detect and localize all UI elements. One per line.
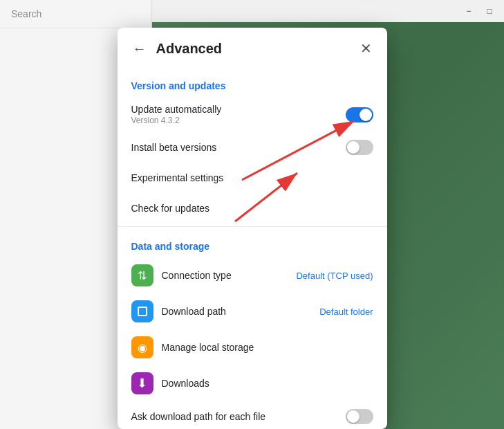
- section-data-storage-heading: Data and storage: [118, 230, 387, 257]
- download-path-label: Download path: [162, 306, 315, 317]
- section-divider-1: [118, 226, 387, 227]
- section-version-updates-heading: Version and updates: [118, 69, 387, 97]
- install-beta-slider: [346, 140, 373, 155]
- manage-storage-label: Manage local storage: [162, 342, 373, 353]
- settings-row-install-beta: Install beta versions: [118, 132, 387, 163]
- settings-row-ask-download: Ask download path for each file: [118, 401, 387, 429]
- install-beta-label: Install beta versions: [131, 142, 346, 153]
- connection-type-icon: ⇅: [131, 264, 153, 286]
- manage-storage-icon-symbol: ◉: [138, 341, 147, 354]
- update-auto-slider: [346, 107, 373, 122]
- settings-row-update-auto: Update automatically Version 4.3.2: [118, 97, 387, 132]
- modal-header: ← Advanced ✕: [118, 28, 387, 69]
- downloads-icon: ⬇: [131, 372, 153, 394]
- ask-download-slider: [346, 409, 373, 424]
- update-auto-toggle[interactable]: [346, 107, 373, 122]
- connection-type-icon-symbol: ⇅: [138, 269, 147, 282]
- svg-rect-0: [138, 307, 147, 316]
- downloads-label: Downloads: [162, 378, 373, 389]
- update-auto-label: Update automatically: [131, 104, 346, 115]
- settings-row-experimental[interactable]: Experimental settings: [118, 163, 387, 193]
- update-auto-sub: Version 4.3.2: [131, 116, 346, 125]
- download-path-value: Default folder: [319, 307, 373, 317]
- settings-row-downloads[interactable]: ⬇ Downloads: [118, 365, 387, 401]
- modal-back-button[interactable]: ←: [131, 39, 148, 58]
- ask-download-toggle[interactable]: [346, 409, 373, 424]
- modal-body: Version and updates Update automatically…: [118, 69, 387, 429]
- connection-type-main: Connection type: [162, 270, 291, 281]
- settings-row-check-updates[interactable]: Check for updates: [118, 193, 387, 223]
- modal-dialog: ← Advanced ✕ Version and updates Update …: [118, 28, 387, 429]
- install-beta-main: Install beta versions: [131, 142, 346, 153]
- download-path-icon-svg: [137, 306, 148, 317]
- settings-row-connection-type[interactable]: ⇅ Connection type Default (TCP used): [118, 257, 387, 293]
- connection-type-value: Default (TCP used): [296, 271, 373, 281]
- check-updates-main: Check for updates: [131, 203, 373, 214]
- ask-download-main: Ask download path for each file: [131, 411, 346, 422]
- download-path-icon: [131, 300, 153, 322]
- manage-storage-main: Manage local storage: [162, 342, 373, 353]
- experimental-label: Experimental settings: [131, 172, 373, 183]
- modal-title: Advanced: [156, 41, 359, 57]
- connection-type-label: Connection type: [162, 270, 291, 281]
- modal-overlay: ← Advanced ✕ Version and updates Update …: [0, 0, 504, 429]
- download-path-main: Download path: [162, 306, 315, 317]
- update-auto-main: Update automatically Version 4.3.2: [131, 104, 346, 125]
- experimental-main: Experimental settings: [131, 172, 373, 183]
- install-beta-toggle[interactable]: [346, 140, 373, 155]
- settings-row-manage-storage[interactable]: ◉ Manage local storage: [118, 329, 387, 365]
- downloads-main: Downloads: [162, 378, 373, 389]
- modal-close-button[interactable]: ✕: [359, 39, 373, 58]
- settings-row-download-path[interactable]: Download path Default folder: [118, 293, 387, 329]
- ask-download-label: Ask download path for each file: [131, 411, 346, 422]
- downloads-icon-symbol: ⬇: [137, 376, 147, 391]
- check-updates-label: Check for updates: [131, 203, 373, 214]
- manage-storage-icon: ◉: [131, 336, 153, 358]
